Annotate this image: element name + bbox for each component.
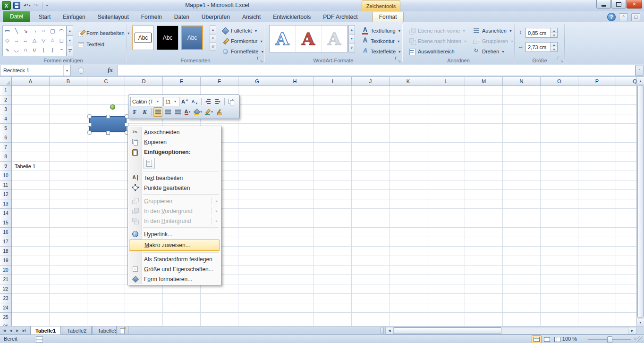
- align-left-button[interactable]: [153, 107, 162, 117]
- tab-pdf-architect[interactable]: PDF Architect: [317, 12, 364, 22]
- outline-color-button[interactable]: ▼: [204, 107, 214, 117]
- menu-item-paste-options[interactable]: Einfügeoptionen:: [129, 147, 220, 157]
- shape-outline-button[interactable]: Formkontur ▼: [220, 36, 265, 46]
- gallery-scroll-down-button[interactable]: ▼: [67, 36, 73, 46]
- menu-item-edit-text[interactable]: Text bearbeiten: [129, 173, 220, 183]
- tab-start[interactable]: Start: [33, 12, 57, 22]
- shape-fill-button[interactable]: Fülleffekt ▼: [220, 26, 259, 36]
- minimize-button[interactable]: [596, 0, 611, 9]
- zoom-slider-thumb[interactable]: [607, 336, 612, 343]
- zoom-out-button[interactable]: −: [582, 336, 586, 342]
- tab-format[interactable]: Format: [373, 12, 404, 22]
- scroll-up-button[interactable]: ▲: [637, 77, 644, 85]
- row-header-4[interactable]: 4: [0, 114, 11, 124]
- row-header-20[interactable]: 20: [0, 266, 11, 275]
- tab-ansicht[interactable]: Ansicht: [236, 12, 267, 22]
- insert-worksheet-button[interactable]: [116, 326, 128, 335]
- bring-forward-button[interactable]: Ebene nach vorne ▼: [407, 26, 467, 36]
- shape-option[interactable]: {: [42, 47, 44, 52]
- normal-view-button[interactable]: [532, 335, 542, 343]
- save-button[interactable]: [12, 1, 21, 10]
- shape-styles-dialog-launcher[interactable]: [257, 56, 263, 62]
- horizontal-scrollbar[interactable]: ◀ ▶: [385, 327, 636, 334]
- menu-item-cut[interactable]: Ausschneiden: [129, 127, 220, 137]
- row-header-13[interactable]: 13: [0, 199, 11, 209]
- shape-option[interactable]: ○: [42, 28, 45, 34]
- column-header-B[interactable]: B: [50, 77, 87, 86]
- resize-handle-left[interactable]: [88, 123, 92, 127]
- first-sheet-button[interactable]: ◀: [1, 327, 8, 334]
- window-restore-icon[interactable]: ▢: [631, 13, 640, 21]
- column-header-P[interactable]: P: [578, 77, 616, 86]
- fill-color-button[interactable]: ▼: [193, 107, 203, 117]
- style-scroll-down-button[interactable]: ▼: [210, 34, 216, 43]
- menu-item-copy[interactable]: Kopieren: [129, 137, 220, 147]
- tab-entwicklertools[interactable]: Entwicklertools: [267, 12, 317, 22]
- shape-option[interactable]: ↔: [23, 37, 28, 43]
- name-box[interactable]: Rechteck 1 ▼: [0, 65, 71, 76]
- align-right-button[interactable]: [173, 107, 182, 117]
- resize-grip[interactable]: [637, 336, 644, 343]
- shape-width-spinner[interactable]: ▲▼: [551, 43, 557, 51]
- row-header-11[interactable]: 11: [0, 180, 11, 190]
- edit-shape-button[interactable]: Form bearbeiten ▼: [76, 28, 132, 38]
- shape-option[interactable]: ∪: [33, 47, 36, 53]
- chevron-down-icon[interactable]: ▼: [188, 111, 191, 113]
- column-header-I[interactable]: I: [314, 77, 352, 86]
- shrink-font-button[interactable]: A▼: [190, 97, 199, 106]
- menu-item-edit-points[interactable]: Punkte bearbeiten: [129, 183, 220, 193]
- group-button[interactable]: Gruppieren ▼: [471, 36, 516, 46]
- shape-option[interactable]: ∿: [5, 47, 9, 53]
- selected-shape-rechteck-1[interactable]: [89, 116, 127, 132]
- shape-option[interactable]: ◻: [59, 37, 64, 43]
- chevron-down-icon[interactable]: ▼: [211, 111, 213, 113]
- rotate-button[interactable]: Drehen ▼: [471, 46, 507, 57]
- row-header-5[interactable]: 5: [0, 124, 11, 133]
- menu-item-hyperlink[interactable]: Hyperlink...: [129, 229, 220, 239]
- wordart-scroll-down-button[interactable]: ▼: [348, 34, 355, 43]
- help-button[interactable]: ?: [607, 13, 616, 21]
- shape-style-option-3-selected[interactable]: Abc: [181, 26, 203, 50]
- row-header-9[interactable]: 9: [0, 162, 11, 171]
- shape-option[interactable]: }: [51, 47, 53, 52]
- text-fill-button[interactable]: Textfüllung ▼: [360, 26, 403, 36]
- row-header-23[interactable]: 23: [0, 294, 11, 303]
- font-name-combo[interactable]: Calibri (T ▼: [130, 97, 162, 106]
- menu-item-size-and-properties[interactable]: Größe und Eigenschaften...: [129, 264, 220, 274]
- shape-height-spinner[interactable]: ▲▼: [551, 28, 557, 37]
- select-all-corner[interactable]: [0, 77, 12, 86]
- tab-einfügen[interactable]: Einfügen: [57, 12, 91, 22]
- row-header-14[interactable]: 14: [0, 209, 11, 218]
- row-header-8[interactable]: 8: [0, 152, 11, 162]
- macro-record-button[interactable]: [36, 336, 43, 343]
- wordart-style-option-3[interactable]: A: [322, 26, 347, 52]
- menu-item-assign-macro[interactable]: Makro zuweisen...: [129, 240, 220, 251]
- shape-option[interactable]: ∩: [24, 47, 27, 52]
- qat-customize-button[interactable]: ▾: [45, 1, 49, 10]
- close-button[interactable]: ×: [627, 0, 642, 9]
- column-header-M[interactable]: M: [465, 77, 503, 86]
- shape-option[interactable]: ☆: [50, 37, 55, 43]
- row-header-3[interactable]: 3: [0, 105, 11, 114]
- sheet-tab-tabelle2[interactable]: Tabelle2: [62, 326, 92, 335]
- shape-option[interactable]: ▽: [42, 37, 45, 43]
- grow-font-button[interactable]: A▲: [180, 97, 189, 106]
- resize-handle-top[interactable]: [106, 115, 110, 119]
- row-header-25[interactable]: 25: [0, 313, 11, 322]
- resize-handle-bottom-left[interactable]: [87, 130, 92, 135]
- expand-formula-bar-button[interactable]: ˇ: [636, 66, 644, 76]
- horizontal-scrollbar-thumb[interactable]: [394, 327, 501, 334]
- italic-button[interactable]: K: [140, 107, 149, 117]
- vertical-scrollbar-thumb[interactable]: [637, 85, 644, 317]
- wordart-style-option-1[interactable]: A: [270, 26, 296, 52]
- resize-handle-top-left[interactable]: [87, 114, 92, 119]
- shape-option[interactable]: ~: [60, 47, 63, 52]
- gallery-more-button[interactable]: ▼: [67, 46, 73, 56]
- contextual-tools-header[interactable]: Zeichentools: [362, 0, 400, 11]
- shape-width-field[interactable]: 2,73 cm ▲▼: [525, 42, 558, 52]
- increase-indent-button[interactable]: ▸: [213, 97, 222, 106]
- align-center-button[interactable]: [163, 107, 172, 117]
- zoom-in-button[interactable]: +: [633, 336, 637, 342]
- redo-button[interactable]: ↷: [33, 1, 40, 10]
- scroll-down-button[interactable]: ▼: [637, 318, 644, 326]
